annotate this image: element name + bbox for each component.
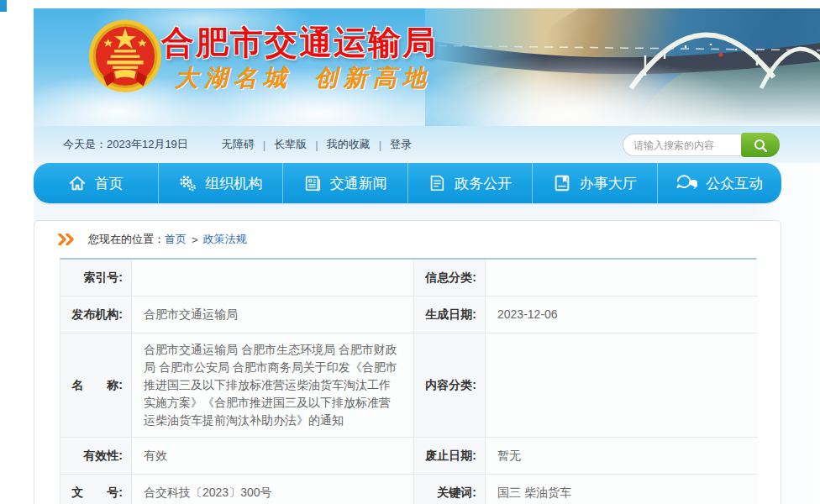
breadcrumb-separator: > bbox=[192, 234, 198, 246]
breadcrumb: 您现在的位置： 首页 > 政策法规 bbox=[34, 221, 781, 258]
nav-label: 首页 bbox=[95, 174, 124, 193]
searchbox bbox=[623, 133, 780, 157]
field-label-title: 名 称: bbox=[60, 333, 132, 438]
document-icon bbox=[428, 174, 446, 192]
search-input[interactable] bbox=[623, 134, 741, 156]
quicklinks: 无障碍 | 长辈版 | 我的收藏 | 登录 bbox=[222, 137, 412, 152]
site-title: 合肥市交通运输局 bbox=[161, 20, 437, 66]
breadcrumb-link-home[interactable]: 首页 bbox=[165, 232, 187, 247]
favorites-link[interactable]: 我的收藏 bbox=[327, 137, 371, 152]
nav-item-organization[interactable]: 组织机构 bbox=[158, 163, 283, 203]
field-label-content-category: 内容分类: bbox=[414, 333, 486, 438]
field-value-info-category bbox=[486, 260, 758, 297]
content-box: 您现在的位置： 首页 > 政策法规 索引号: 信息分类: 发布机构: 合肥市交通… bbox=[34, 220, 781, 504]
field-value-validity: 有效 bbox=[132, 438, 414, 475]
home-icon bbox=[68, 174, 87, 192]
field-label-document-number: 文 号: bbox=[60, 475, 132, 504]
newspaper-icon bbox=[303, 174, 322, 192]
info-table: 索引号: 信息分类: 发布机构: 合肥市交通运输局 生成日期: 2023-12-… bbox=[60, 258, 757, 504]
nav-label: 办事大厅 bbox=[580, 174, 637, 193]
main-nav: 首页 组织机构 交通新闻 政务公开 办事大厅 bbox=[34, 163, 781, 203]
breadcrumb-link-policy[interactable]: 政策法规 bbox=[203, 232, 247, 247]
field-label-generation-date: 生成日期: bbox=[414, 297, 486, 333]
nav-label: 组织机构 bbox=[205, 174, 262, 193]
nav-item-home[interactable]: 首页 bbox=[34, 163, 158, 203]
field-value-repeal-date: 暂无 bbox=[486, 438, 758, 475]
field-label-repeal-date: 废止日期: bbox=[414, 438, 486, 475]
nav-label: 政务公开 bbox=[455, 174, 512, 193]
field-value-issuing-agency: 合肥市交通运输局 bbox=[132, 297, 414, 333]
search-button[interactable] bbox=[741, 133, 780, 157]
nav-item-news[interactable]: 交通新闻 bbox=[282, 163, 407, 203]
accessibility-link[interactable]: 无障碍 bbox=[222, 137, 255, 152]
chat-icon bbox=[675, 174, 697, 192]
site-slogan: 大湖名城创新高地 bbox=[175, 62, 432, 94]
breadcrumb-prefix: 您现在的位置： bbox=[88, 232, 165, 247]
slogan-left: 大湖名城 bbox=[175, 64, 292, 92]
current-date: 今天是：2023年12月19日 bbox=[63, 137, 188, 152]
breadcrumb-arrows-icon bbox=[58, 234, 76, 245]
service-hall-icon bbox=[553, 174, 571, 192]
field-value-index-number bbox=[132, 260, 414, 297]
field-label-issuing-agency: 发布机构: bbox=[60, 297, 132, 333]
field-label-validity: 有效性: bbox=[60, 438, 132, 475]
national-emblem-icon bbox=[80, 13, 171, 104]
nav-item-service-hall[interactable]: 办事大厅 bbox=[532, 163, 657, 203]
gears-icon bbox=[178, 174, 197, 192]
topbar: 今天是：2023年12月19日 无障碍 | 长辈版 | 我的收藏 | 登录 bbox=[34, 126, 820, 163]
nav-label: 公众互动 bbox=[706, 174, 763, 193]
nav-item-gov-info[interactable]: 政务公开 bbox=[407, 163, 533, 203]
field-label-index-number: 索引号: bbox=[60, 260, 132, 297]
field-value-generation-date: 2023-12-06 bbox=[486, 297, 758, 333]
slogan-right: 创新高地 bbox=[314, 64, 432, 92]
field-value-title: 合肥市交通运输局 合肥市生态环境局 合肥市财政局 合肥市公安局 合肥市商务局关于… bbox=[132, 333, 414, 438]
search-icon bbox=[753, 138, 768, 153]
field-value-content-category bbox=[486, 333, 758, 438]
field-value-document-number: 合交科技〔2023〕300号 bbox=[132, 475, 414, 504]
field-label-keywords: 关键词: bbox=[414, 475, 486, 504]
corner-notch bbox=[0, 0, 7, 12]
nav-label: 交通新闻 bbox=[330, 174, 387, 193]
field-label-info-category: 信息分类: bbox=[414, 260, 486, 297]
nav-item-public-interaction[interactable]: 公众互动 bbox=[657, 163, 782, 203]
site-banner: 合肥市交通运输局 大湖名城创新高地 bbox=[34, 8, 820, 126]
field-value-keywords: 国三 柴油货车 bbox=[486, 475, 758, 504]
link-separator: | bbox=[315, 139, 318, 151]
link-separator: | bbox=[379, 139, 381, 151]
elder-version-link[interactable]: 长辈版 bbox=[274, 137, 307, 152]
link-separator: | bbox=[263, 139, 265, 151]
login-link[interactable]: 登录 bbox=[390, 137, 412, 152]
page: 合肥市交通运输局 大湖名城创新高地 今天是：2023年12月19日 无障碍 | … bbox=[0, 0, 820, 504]
